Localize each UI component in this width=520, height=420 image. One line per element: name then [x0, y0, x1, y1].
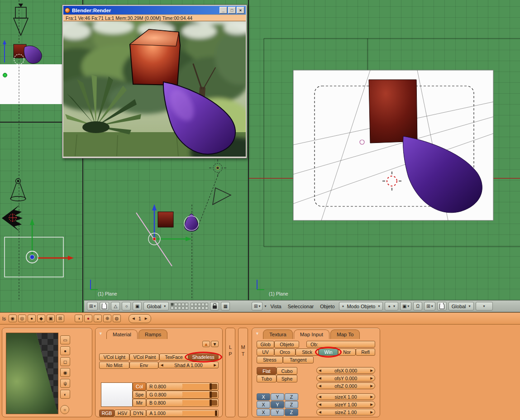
blue-slider[interactable]: B 0.800	[146, 399, 219, 407]
axis-x1-button[interactable]: X	[257, 393, 270, 401]
layer-toggle[interactable]	[194, 303, 197, 306]
axis-x3-button[interactable]: X	[257, 409, 270, 416]
layer-toggle[interactable]	[181, 306, 185, 310]
layer-toggle[interactable]	[198, 306, 201, 310]
sun-lamp-icon[interactable]	[209, 159, 226, 177]
lock-button[interactable]	[210, 302, 219, 310]
coord-space-select[interactable]: Global ▾	[448, 302, 474, 310]
context-editing-icon[interactable]: ▣	[47, 315, 55, 322]
frame-next-icon[interactable]: ▶	[145, 316, 148, 320]
uv-mapping-toggle[interactable]: UV	[257, 348, 274, 356]
preview-flat-button[interactable]: ▭	[60, 335, 70, 344]
camera-icon[interactable]	[14, 4, 28, 35]
viewport-type-button[interactable]: ⊞ ▾	[87, 302, 98, 310]
lamp-dot[interactable]	[3, 73, 7, 77]
shadeless-toggle[interactable]: Shadeless	[188, 353, 219, 361]
sub-texture-icon[interactable]: ◒	[94, 315, 102, 322]
sub-material-icon[interactable]: ●	[84, 315, 92, 322]
preview-zoom-button[interactable]: ○	[60, 405, 69, 414]
manipulator-widget-button[interactable]: ⊞ ▾	[424, 302, 435, 310]
stepper-right-icon[interactable]: ▶	[370, 376, 373, 380]
render-window[interactable]: Blender:Render _ □ × Fra:1 Ve:46 Fa:71 L…	[62, 5, 247, 158]
stepper-left-icon[interactable]: ◀	[319, 410, 321, 414]
vcol-light-toggle[interactable]: VCol Light	[99, 353, 129, 361]
drawtype-select[interactable]: ● ▾	[385, 302, 398, 310]
preview-cube-button[interactable]: ◻	[60, 357, 70, 366]
axis-y2-button[interactable]: Y	[271, 401, 284, 408]
tab-map-to[interactable]: Map To	[330, 329, 360, 339]
refl-mapping-toggle[interactable]: Refl	[356, 348, 375, 356]
layer-toggle[interactable]	[201, 306, 205, 310]
layer-toggle[interactable]	[198, 303, 201, 306]
menu-view[interactable]: Vista	[268, 304, 283, 309]
ob-name-field[interactable]: Ob:	[306, 341, 375, 348]
win-mapping-toggle[interactable]: Win	[319, 348, 338, 356]
env-toggle[interactable]: Env	[129, 362, 158, 369]
tube-projection-button[interactable]: Tubo	[257, 375, 277, 382]
sphere-projection-button[interactable]: Sphe	[277, 375, 297, 382]
objeto-toggle[interactable]: Objeto	[274, 341, 299, 348]
stepper-left-icon[interactable]: ◀	[319, 368, 321, 372]
layer-toggle[interactable]	[191, 303, 194, 306]
pan-hand-button[interactable]	[437, 302, 447, 310]
nor-mapping-toggle[interactable]: Nor	[338, 348, 356, 356]
layer-toggle[interactable]	[178, 306, 181, 310]
preview-hair-button[interactable]: ψ	[60, 379, 70, 388]
manipulator-circle-button[interactable]: ○	[122, 302, 131, 310]
texface-toggle[interactable]: TexFace	[159, 353, 188, 361]
alpha-slider[interactable]: A 1.000	[146, 410, 219, 417]
stepper-right-icon[interactable]: ▶	[214, 363, 216, 367]
axis-x2-button[interactable]: X	[257, 401, 270, 408]
layer-toggle[interactable]	[171, 303, 174, 306]
tangent-mapping-toggle[interactable]: Tangent	[283, 356, 314, 363]
menu-select[interactable]: Seleccionar	[286, 304, 316, 309]
context-shading-icon[interactable]: ●	[28, 315, 36, 322]
layer-toggle[interactable]	[191, 306, 194, 310]
stress-mapping-toggle[interactable]: Stress	[257, 356, 283, 363]
green-slider[interactable]: G 0.800	[146, 391, 219, 399]
layer-toggle[interactable]	[174, 303, 177, 306]
dyn-mode-button[interactable]: DYN	[130, 410, 147, 417]
panels-menu-truncated[interactable]: ls	[1, 316, 7, 321]
layer-toggle[interactable]	[201, 303, 205, 306]
spe-channel-button[interactable]: Spe	[133, 391, 146, 399]
stepper-left-icon[interactable]: ◀	[319, 384, 321, 388]
menu-object[interactable]: Objeto	[318, 304, 337, 309]
glob-toggle[interactable]: Glob	[257, 341, 274, 348]
ofsy-field[interactable]: ◀ ofsY 0.000 ▶	[316, 375, 375, 382]
pan-hand-button[interactable]	[100, 302, 109, 310]
render-preview-button[interactable]: ▦	[221, 302, 230, 310]
pivot-select-button[interactable]: ▣ ▾	[400, 302, 411, 310]
rgb-mode-button[interactable]: RGB	[99, 410, 114, 417]
minimize-button[interactable]: _	[219, 7, 227, 14]
panel-collapse-icon[interactable]: ▼	[99, 331, 103, 336]
frame-prev-icon[interactable]: ◀	[132, 316, 135, 320]
tab-textura[interactable]: Textura	[263, 329, 293, 339]
layer-toggle[interactable]	[171, 306, 174, 310]
collapsed-panel-mt[interactable]: M T	[238, 328, 248, 417]
shad-alpha-field[interactable]: ◀ Shad A 1.000 ▶	[158, 362, 219, 368]
layer-toggle[interactable]	[205, 303, 208, 306]
axis-z2-button[interactable]: Z	[285, 401, 298, 408]
preview-monkey-button[interactable]: ◉	[60, 368, 70, 377]
cone-object[interactable]	[24, 46, 42, 63]
stepper-right-icon[interactable]: ▶	[370, 395, 373, 399]
color-swatch[interactable]	[101, 382, 133, 407]
stick-mapping-toggle[interactable]: Stick	[296, 348, 319, 356]
sizex-field[interactable]: ◀ sizeX 1.00 ▶	[316, 393, 375, 400]
manipulator-triangle-button[interactable]: △	[111, 302, 120, 310]
camera-icon[interactable]	[213, 188, 231, 205]
layer-toggle[interactable]	[178, 303, 181, 306]
stepper-left-icon[interactable]: ◀	[319, 395, 321, 399]
context-scene-icon[interactable]: ⊞	[56, 315, 64, 322]
stepper-right-icon[interactable]: ▶	[370, 384, 373, 388]
tab-map-input[interactable]: Map Input	[294, 329, 329, 339]
ofsz-field[interactable]: ◀ ofsZ 0.000 ▶	[316, 382, 375, 389]
flat-projection-button[interactable]: Flat	[257, 367, 277, 375]
axis-y1-button[interactable]: Y	[271, 393, 284, 401]
orco-mapping-toggle[interactable]: Orco	[274, 348, 296, 356]
context-object-icon[interactable]: ◆	[37, 315, 45, 322]
frame-number-field[interactable]: ◀ 1 ▶	[129, 314, 151, 323]
close-button[interactable]: ×	[237, 7, 244, 14]
header-collapse-icon[interactable]: ▾	[264, 304, 266, 308]
